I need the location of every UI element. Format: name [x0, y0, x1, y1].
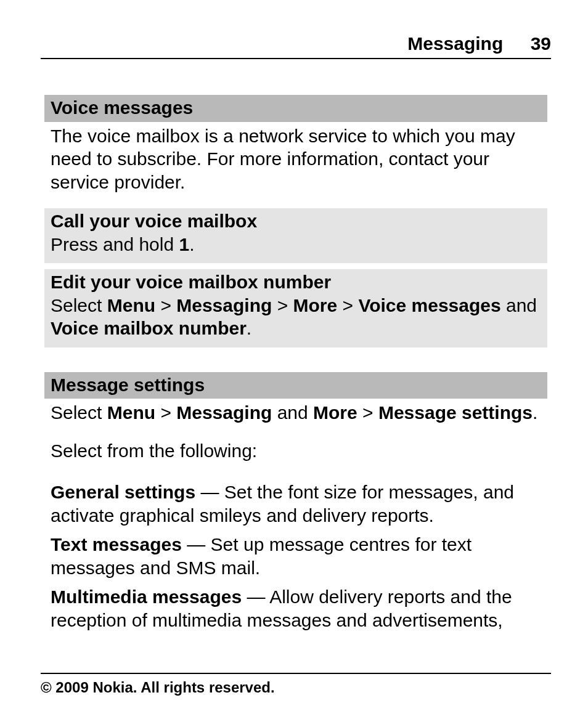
- header-section: Messaging: [407, 33, 503, 54]
- ms-sep-2: >: [357, 402, 378, 423]
- item-text-messages: Text messages — Set up message centres f…: [44, 530, 547, 580]
- path-voice-mailbox-number: Voice mailbox number: [51, 318, 247, 338]
- sub-body-call: Press and hold 1.: [44, 233, 547, 264]
- path-messaging: Messaging: [176, 295, 272, 315]
- section-title-voice-messages: Voice messages: [44, 95, 547, 122]
- item-multimedia-messages: Multimedia messages — Allow delivery rep…: [44, 583, 547, 633]
- subsection-edit-voice-mailbox: Edit your voice mailbox number Select Me…: [44, 269, 547, 347]
- and-word: and: [501, 295, 537, 315]
- voice-intro: The voice mailbox is a network service t…: [44, 122, 547, 195]
- ms-path-more: More: [313, 402, 357, 423]
- select-word: Select: [51, 295, 107, 315]
- ms-and-word: and: [272, 402, 313, 423]
- path-sep-3: >: [337, 295, 358, 315]
- page-content: Voice messages The voice mailbox is a ne…: [41, 59, 551, 633]
- sub-body-edit: Select Menu > Messaging > More > Voice m…: [44, 294, 547, 347]
- path-sep-1: >: [155, 295, 176, 315]
- ms-path-menu: Menu: [107, 402, 155, 423]
- page-footer: © 2009 Nokia. All rights reserved.: [41, 673, 551, 696]
- period: .: [247, 318, 251, 338]
- subsection-call-voice-mailbox: Call your voice mailbox Press and hold 1…: [44, 208, 547, 263]
- path-sep-2: >: [272, 295, 293, 315]
- path-more: More: [293, 295, 338, 315]
- item-general-label: General settings: [51, 482, 195, 502]
- item-general-settings: General settings — Set the font size for…: [44, 478, 547, 528]
- path-voice-messages: Voice messages: [358, 295, 500, 315]
- call-body-pre: Press and hold: [51, 234, 179, 254]
- call-body-post: .: [189, 234, 194, 254]
- header-page-number: 39: [531, 33, 551, 54]
- message-settings-path: Select Menu > Messaging and More > Messa…: [44, 399, 547, 426]
- ms-select-word: Select: [51, 402, 107, 423]
- select-from-following: Select from the following:: [44, 437, 547, 464]
- sub-title-edit: Edit your voice mailbox number: [44, 269, 547, 294]
- section-title-message-settings: Message settings: [44, 372, 547, 399]
- item-text-label: Text messages: [51, 534, 182, 554]
- ms-sep-1: >: [155, 402, 176, 423]
- page-header: Messaging 39: [41, 33, 551, 59]
- sub-title-call: Call your voice mailbox: [44, 208, 547, 233]
- ms-period: .: [533, 402, 537, 423]
- item-mm-label: Multimedia messages: [51, 587, 242, 607]
- call-body-bold: 1: [179, 234, 189, 254]
- ms-path-messaging: Messaging: [176, 402, 272, 423]
- manual-page: Messaging 39 Voice messages The voice ma…: [0, 0, 588, 727]
- ms-path-message-settings: Message settings: [378, 402, 533, 423]
- path-menu: Menu: [107, 295, 155, 315]
